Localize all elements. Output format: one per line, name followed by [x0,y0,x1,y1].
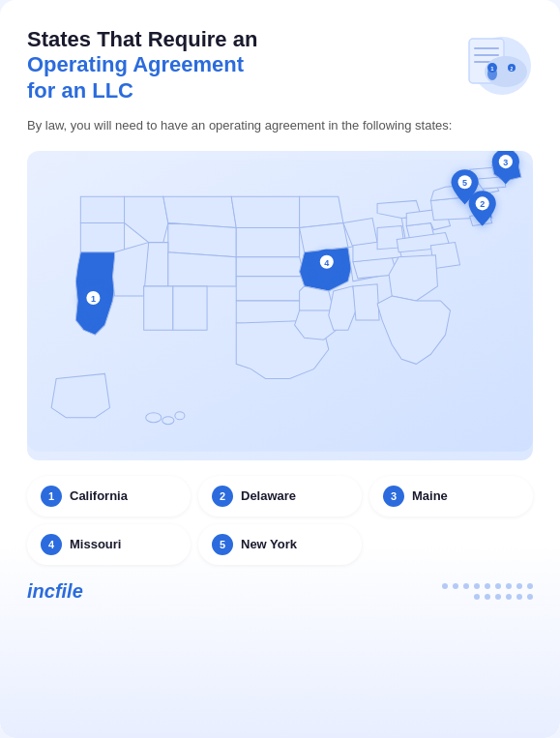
svg-marker-20 [168,251,236,285]
title-line2: Operating Agreement [27,52,456,77]
svg-marker-12 [80,196,124,222]
footer: incfile [27,580,533,603]
state-item-delaware: 2 Delaware [198,476,362,517]
dot [442,583,448,589]
svg-marker-21 [144,285,173,329]
svg-marker-37 [353,283,379,319]
dot [516,594,522,600]
state-number-2: 2 [212,486,233,507]
svg-text:1: 1 [91,293,96,303]
svg-marker-18 [168,222,236,256]
state-name-maine: Maine [412,488,448,503]
svg-point-59 [146,412,162,422]
state-name-delaware: Delaware [241,488,296,503]
dot [474,583,480,589]
state-number-1: 1 [41,486,62,507]
main-card: States That Require an Operating Agreeme… [0,0,560,738]
dot [495,583,501,589]
svg-text:3: 3 [503,158,508,167]
dot [506,594,512,600]
state-number-3: 3 [383,486,404,507]
svg-marker-25 [236,256,304,276]
svg-marker-58 [51,373,109,417]
dot [463,583,469,589]
state-name-missouri: Missouri [70,537,121,551]
svg-text:4: 4 [324,257,329,267]
dot [474,594,480,600]
state-item-maine: 3 Maine [369,476,533,517]
state-name-california: California [70,488,128,503]
state-item-missouri: 4 Missouri [27,524,191,565]
dot [453,583,458,589]
svg-point-61 [175,411,185,419]
svg-point-60 [162,416,174,424]
title-line1: States That Require an [27,27,456,52]
state-number-5: 5 [212,534,233,555]
state-item-california: 1 California [27,476,191,517]
state-item-newyork: 5 New York [198,524,362,565]
title-line3: for an LLC [27,78,456,103]
dot [495,594,501,600]
title-block: States That Require an Operating Agreeme… [27,27,456,103]
dot [527,594,533,600]
svg-marker-22 [173,285,207,329]
svg-text:2: 2 [511,66,514,72]
svg-text:5: 5 [462,178,467,188]
usa-map-container: 1 2 3 4 [27,151,533,460]
subtitle-text: By law, you will need to have an operati… [27,116,533,135]
header: States That Require an Operating Agreeme… [27,27,533,104]
dots-decoration [436,583,533,600]
dot [485,583,490,589]
svg-marker-26 [236,276,304,300]
dot [506,583,512,589]
dot [516,583,522,589]
dot [485,594,490,600]
header-map-icon: 1 2 [456,27,533,104]
state-number-4: 4 [41,534,62,555]
svg-marker-13 [80,222,124,251]
svg-text:2: 2 [480,199,485,209]
states-grid: 1 California 2 Delaware 3 Maine 4 Missou… [27,476,533,565]
dot [527,583,533,589]
svg-marker-29 [300,196,343,227]
brand-logo: incfile [27,580,83,603]
state-name-newyork: New York [241,537,297,551]
svg-marker-23 [231,196,299,227]
svg-marker-24 [236,227,299,256]
